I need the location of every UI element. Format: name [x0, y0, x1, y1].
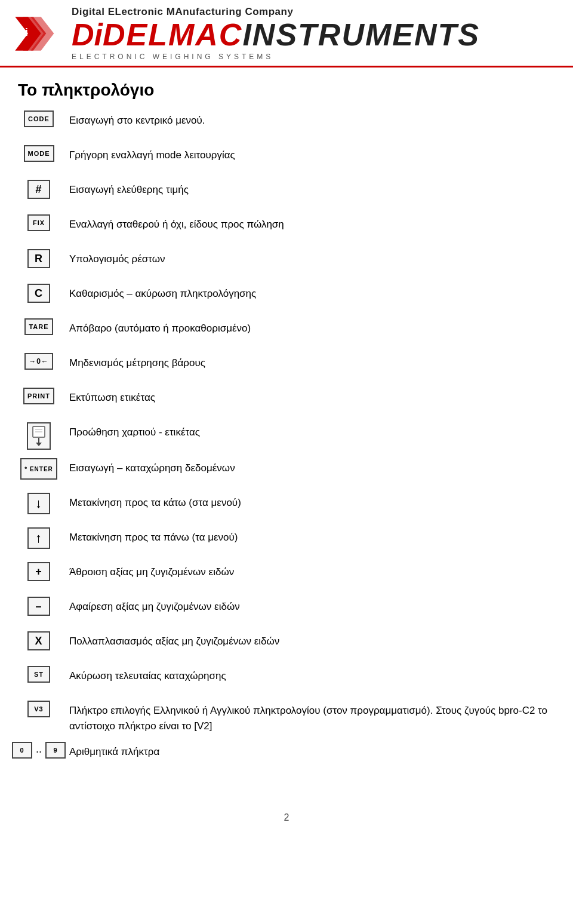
key-cell-x: X: [18, 631, 60, 650]
desc-paper: Προώθηση χαρτιού - ετικέτας: [60, 422, 555, 440]
key-cell-tare: TARE: [18, 318, 60, 335]
desc-digits: Αριθμητικά πλήκτρα: [60, 742, 555, 760]
key-row-zero-center: →0← Μηδενισμός μέτρησης βάρους: [18, 353, 555, 379]
key-cell-down: ↓: [18, 493, 60, 514]
desc-hash: Εισαγωγή ελεύθερης τιμής: [60, 180, 555, 198]
key-row-st: ST Ακύρωση τελευταίας καταχώρησης: [18, 666, 555, 692]
st-key: ST: [27, 666, 50, 683]
page-title: Το πληκτρολόγιο: [0, 67, 573, 110]
svg-text:Di: Di: [17, 26, 28, 38]
fix-key: FIX: [27, 214, 50, 231]
header-text-area: Digital ELectronic MAnufacturing Company…: [72, 6, 480, 61]
key-cell-mode: MODE: [18, 145, 60, 162]
key-cell-print: PRINT: [18, 388, 60, 404]
plus-key: +: [27, 562, 50, 581]
desc-down: Μετακίνηση προς τα κάτω (στα μενού): [60, 493, 555, 511]
desc-enter: Εισαγωγή – καταχώρηση δεδομένων: [60, 458, 555, 476]
key-cell-enter: * ENTER: [18, 458, 60, 480]
c-key: C: [27, 284, 50, 303]
brand-instruments: INSTRUMENTS: [242, 19, 480, 50]
key-row-print: PRINT Εκτύπωση ετικέτας: [18, 388, 555, 414]
desc-tare: Απόβαρο (αυτόματο ή προκαθορισμένο): [60, 318, 555, 336]
key-row-r: R Υπολογισμός ρέστων: [18, 249, 555, 275]
enter-key: * ENTER: [20, 458, 57, 480]
brand-name: DELMAC: [103, 19, 242, 50]
key-cell-hash: #: [18, 180, 60, 199]
key-cell-code: CODE: [18, 110, 60, 127]
key-cell-minus: –: [18, 597, 60, 616]
header-brand-line: Di DELMAC INSTRUMENTS: [72, 19, 480, 50]
mode-key: MODE: [24, 145, 54, 162]
down-arrow-key: ↓: [27, 493, 50, 514]
x-key: X: [27, 631, 50, 650]
paper-feed-key: [27, 422, 51, 450]
desc-print: Εκτύπωση ετικέτας: [60, 388, 555, 406]
desc-c: Καθαρισμός – ακύρωση πληκτρολόγησης: [60, 284, 555, 302]
desc-st: Ακύρωση τελευταίας καταχώρησης: [60, 666, 555, 684]
page-number: 2: [0, 800, 573, 829]
zero-center-key: →0←: [24, 353, 53, 370]
zero-key: 0: [12, 742, 32, 759]
v3-key: V3: [27, 701, 50, 717]
key-cell-zero-center: →0←: [18, 353, 60, 370]
key-cell-up: ↑: [18, 527, 60, 549]
desc-mode: Γρήγορη εναλλαγή mode λειτουργίας: [60, 145, 555, 163]
logo-area: Di: [12, 14, 60, 53]
brand-di: Di: [72, 19, 103, 50]
desc-v3: Πλήκτρο επιλογής Ελληνικού ή Αγγλικού πλ…: [60, 701, 555, 733]
key-row-tare: TARE Απόβαρο (αυτόματο ή προκαθορισμένο): [18, 318, 555, 345]
key-row-code: CODE Εισαγωγή στο κεντρικό μενού.: [18, 110, 555, 137]
key-row-up: ↑ Μετακίνηση προς τα πάνω (τα μενού): [18, 527, 555, 554]
header-sub-line: ELECTRONIC WEIGHING SYSTEMS: [72, 53, 480, 61]
r-key: R: [27, 249, 50, 268]
keyboard-content: CODE Εισαγωγή στο κεντρικό μενού. MODE Γ…: [0, 110, 573, 800]
key-cell-paper: [18, 422, 60, 450]
key-row-plus: + Άθροιση αξίας μη ζυγιζομένων ειδών: [18, 562, 555, 588]
key-row-v3: V3 Πλήκτρο επιλογής Ελληνικού ή Αγγλικού…: [18, 701, 555, 733]
header-top-line: Digital ELectronic MAnufacturing Company: [72, 6, 480, 18]
desc-x: Πολλαπλασιασμός αξίας μη ζυγιζομένων ειδ…: [60, 631, 555, 649]
key-cell-st: ST: [18, 666, 60, 683]
key-cell-digits: 0 .. 9: [18, 742, 60, 759]
hash-key: #: [27, 180, 50, 199]
up-arrow-key: ↑: [27, 527, 50, 549]
key-cell-fix: FIX: [18, 214, 60, 231]
tare-key: TARE: [24, 318, 53, 335]
key-row-mode: MODE Γρήγορη εναλλαγή mode λειτουργίας: [18, 145, 555, 171]
key-row-paper: Προώθηση χαρτιού - ετικέτας: [18, 422, 555, 450]
zero-nine-keys: 0 .. 9: [12, 742, 66, 759]
key-cell-v3: V3: [18, 701, 60, 717]
di-logo-icon: Di: [12, 14, 60, 53]
key-row-x: X Πολλαπλασιασμός αξίας μη ζυγιζομένων ε…: [18, 631, 555, 658]
desc-zero-center: Μηδενισμός μέτρησης βάρους: [60, 353, 555, 371]
key-cell-r: R: [18, 249, 60, 268]
key-row-down: ↓ Μετακίνηση προς τα κάτω (στα μενού): [18, 493, 555, 519]
key-row-fix: FIX Εναλλαγή σταθερού ή όχι, είδους προς…: [18, 214, 555, 241]
dots-separator: ..: [36, 743, 42, 758]
key-row-enter: * ENTER Εισαγωγή – καταχώρηση δεδομένων: [18, 458, 555, 484]
minus-key: –: [27, 597, 50, 616]
key-cell-c: C: [18, 284, 60, 303]
desc-fix: Εναλλαγή σταθερού ή όχι, είδους προς πώλ…: [60, 214, 555, 232]
key-row-c: C Καθαρισμός – ακύρωση πληκτρολόγησης: [18, 284, 555, 310]
desc-code: Εισαγωγή στο κεντρικό μενού.: [60, 110, 555, 128]
desc-minus: Αφαίρεση αξίας μη ζυγιζομένων ειδών: [60, 597, 555, 615]
paper-feed-icon: [30, 425, 47, 447]
desc-up: Μετακίνηση προς τα πάνω (τα μενού): [60, 527, 555, 545]
desc-plus: Άθροιση αξίας μη ζυγιζομένων ειδών: [60, 562, 555, 580]
key-row-minus: – Αφαίρεση αξίας μη ζυγιζομένων ειδών: [18, 597, 555, 623]
key-cell-plus: +: [18, 562, 60, 581]
desc-r: Υπολογισμός ρέστων: [60, 249, 555, 267]
print-key: PRINT: [23, 388, 54, 404]
svg-marker-8: [36, 443, 42, 446]
header: Di Digital ELectronic MAnufacturing Comp…: [0, 0, 573, 67]
key-row-digits: 0 .. 9 Αριθμητικά πλήκτρα: [18, 742, 555, 768]
code-key: CODE: [24, 110, 54, 127]
key-row-hash: # Εισαγωγή ελεύθερης τιμής: [18, 180, 555, 206]
